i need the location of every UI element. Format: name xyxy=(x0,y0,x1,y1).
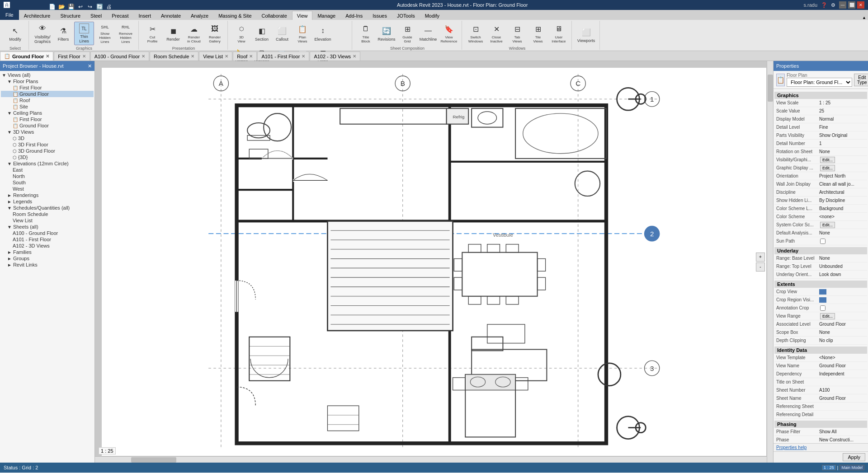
new-button[interactable]: 📄 xyxy=(48,3,56,11)
help-icon[interactable]: ❓ xyxy=(821,2,827,8)
tree-legends[interactable]: ► Legends xyxy=(1,198,94,205)
tree-elevations[interactable]: ▼ Elevations (12mm Circle) xyxy=(1,160,94,167)
vertical-scrollbar[interactable] xyxy=(767,61,773,463)
tree-revit-links[interactable]: ► Revit Links xyxy=(1,262,94,268)
tree-a102[interactable]: A102 - 3D Views xyxy=(1,243,94,249)
tree-schedules[interactable]: ▼ Schedules/Quantities (all) xyxy=(1,205,94,211)
tab-roof[interactable]: Roof ✕ xyxy=(233,52,257,61)
properties-help-link[interactable]: Properties help xyxy=(776,445,807,450)
remove-hidden-lines-button[interactable]: RHL RemoveHiddenLines xyxy=(116,22,136,45)
tab-annotate[interactable]: Annotate xyxy=(156,11,186,20)
tree-3d-first[interactable]: ⬡ 3D First Floor xyxy=(1,141,94,148)
tab-structure[interactable]: Structure xyxy=(55,11,85,20)
filters-button[interactable]: ⚗ Filters xyxy=(53,22,73,45)
settings-icon[interactable]: ⚙ xyxy=(831,2,835,8)
render-gallery-button[interactable]: 🖼 RenderGallery xyxy=(205,22,225,45)
tree-3d[interactable]: ⬡ 3D xyxy=(1,135,94,141)
tree-ceiling-ground[interactable]: 📋 Ground Floor xyxy=(1,122,94,129)
tab-modify[interactable]: Modify xyxy=(420,11,444,20)
open-button[interactable]: 📂 xyxy=(57,3,66,11)
redo-button[interactable]: ↪ xyxy=(86,3,94,11)
section-extents[interactable]: Extents xyxy=(774,281,867,288)
tree-views-all[interactable]: ▼ Views (all) xyxy=(1,72,94,78)
section-underlay[interactable]: Underlay xyxy=(774,247,867,254)
tile-views-button[interactable]: ⊞ TileViews xyxy=(528,22,548,45)
tree-groups[interactable]: ► Groups xyxy=(1,255,94,262)
switch-windows-button[interactable]: ⊡ SwitchWindows xyxy=(466,22,486,45)
tree-room-schedule[interactable]: Room Schedule xyxy=(1,211,94,217)
cut-profile-button[interactable]: ✂ CutProfile xyxy=(142,22,162,45)
modify-button[interactable]: ↖ Modify xyxy=(5,22,25,45)
tab-close-first[interactable]: ✕ xyxy=(82,54,86,59)
status-scale[interactable]: 1 : 25 xyxy=(822,465,836,470)
tree-renderings[interactable]: ► Renderings xyxy=(1,192,94,198)
tree-3d-circle[interactable]: ⬡ {3D} xyxy=(1,154,94,160)
horizontal-scrollbar[interactable] xyxy=(95,456,767,463)
view-reference-button[interactable]: 🔖 ViewReference xyxy=(439,22,459,45)
tree-view-list[interactable]: View List xyxy=(1,217,94,224)
tab-close-a101[interactable]: ✕ xyxy=(302,54,305,59)
tab-close-roof[interactable]: ✕ xyxy=(249,54,253,59)
title-block-button[interactable]: 🗒 TitleBlock xyxy=(356,22,376,45)
sun-path-checkbox[interactable] xyxy=(820,239,826,244)
tree-ceiling-plans[interactable]: ▼ Ceiling Plans xyxy=(1,110,94,116)
zoom-out-button[interactable]: - xyxy=(756,262,765,272)
section-identity[interactable]: Identity Data xyxy=(774,347,867,354)
3d-view-button[interactable]: ⬡ 3DView xyxy=(231,22,251,45)
thin-lines-button[interactable]: TL ThinLines xyxy=(74,22,94,45)
ribbon-collapse-icon[interactable]: ▲ xyxy=(862,15,866,20)
tree-site[interactable]: 📋 Site xyxy=(1,103,94,110)
tab-jotools[interactable]: JOTools xyxy=(392,11,420,20)
type-selector-dropdown[interactable]: Floor Plan: Ground Fl... xyxy=(787,78,852,87)
tab-view[interactable]: View xyxy=(292,11,313,20)
matchline-button[interactable]: — Matchline xyxy=(418,22,438,45)
tab-a102[interactable]: A102 - 3D Views ✕ xyxy=(310,52,360,61)
tab-close-viewlist[interactable]: ✕ xyxy=(225,54,228,59)
apply-button[interactable]: Apply xyxy=(843,453,865,461)
user-interface-button[interactable]: 🖥 UserInterface xyxy=(549,22,569,45)
tab-close-a100[interactable]: ✕ xyxy=(142,54,145,59)
tab-manage[interactable]: Manage xyxy=(312,11,340,20)
guide-grid-button[interactable]: ⊞ GuideGrid xyxy=(397,22,417,45)
tree-3d-ground[interactable]: ⬡ 3D Ground Floor xyxy=(1,148,94,154)
zoom-in-button[interactable]: + xyxy=(756,253,765,262)
pb-close-icon[interactable]: ✕ xyxy=(88,63,92,69)
tree-north[interactable]: North xyxy=(1,173,94,179)
tab-analyze[interactable]: Analyze xyxy=(186,11,213,20)
tab-close-a102[interactable]: ✕ xyxy=(353,54,356,59)
plan-views-button[interactable]: 📋 PlanViews xyxy=(292,22,312,45)
visibility-edit-button[interactable]: Edit... xyxy=(820,157,835,163)
tree-a100[interactable]: A100 - Ground Floor xyxy=(1,230,94,236)
tree-ceiling-first[interactable]: 📋 First Floor xyxy=(1,116,94,122)
graphic-display-edit-button[interactable]: Edit... xyxy=(820,165,835,171)
canvas-area[interactable]: A B C 1 2 3 xyxy=(95,61,773,463)
tree-ground-floor[interactable]: 📋 Ground Floor xyxy=(1,91,94,97)
callout-button[interactable]: ⬜ Callout xyxy=(272,22,292,45)
tree-east[interactable]: East xyxy=(1,167,94,173)
elevation-button[interactable]: ↕ Elevation xyxy=(313,22,333,45)
tab-ground-floor[interactable]: 📋 Ground Floor ✕ xyxy=(0,52,53,61)
restore-button[interactable]: ⬜ xyxy=(848,1,855,9)
render-cloud-button[interactable]: ☁ Renderin Cloud xyxy=(184,22,204,45)
close-inactive-button[interactable]: ✕ CloseInactive xyxy=(486,22,506,45)
tab-views-button[interactable]: ⊟ TabViews xyxy=(507,22,527,45)
tree-floor-plans[interactable]: ▼ Floor Plans xyxy=(1,78,94,84)
tree-west[interactable]: West xyxy=(1,186,94,192)
section-graphics[interactable]: Graphics xyxy=(774,92,867,99)
save-button[interactable]: 💾 xyxy=(67,3,75,11)
section-button[interactable]: ◧ Section xyxy=(252,22,272,45)
tab-first-floor[interactable]: First Floor ✕ xyxy=(54,52,90,61)
tab-collaborate[interactable]: Collaborate xyxy=(257,11,292,20)
tree-sheets[interactable]: ▼ Sheets (all) xyxy=(1,224,94,230)
undo-button[interactable]: ↩ xyxy=(76,3,85,11)
sync-button[interactable]: 🔄 xyxy=(95,3,104,11)
tree-families[interactable]: ► Families xyxy=(1,249,94,255)
visibility-graphics-button[interactable]: 👁 Visibility/Graphics xyxy=(33,22,52,45)
workset-button[interactable]: Main Model xyxy=(840,465,864,470)
tab-architecture[interactable]: Architecture xyxy=(19,11,56,20)
revisions-button[interactable]: 🔄 Revisions xyxy=(377,22,396,45)
tree-south[interactable]: South xyxy=(1,179,94,186)
tree-roof[interactable]: 📋 Roof xyxy=(1,97,94,103)
tree-a101[interactable]: A101 - First Floor xyxy=(1,236,94,243)
tab-precast[interactable]: Precast xyxy=(107,11,133,20)
